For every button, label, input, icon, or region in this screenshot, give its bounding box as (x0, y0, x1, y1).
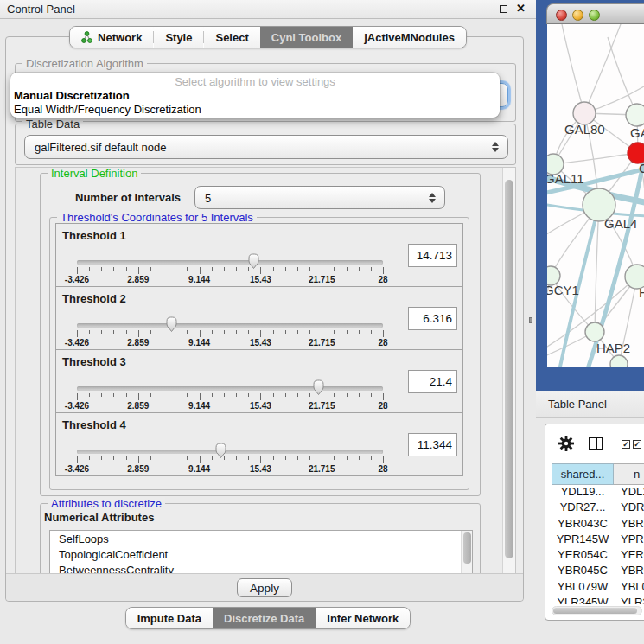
panel-title: Control Panel (7, 3, 75, 16)
checkbox-checked-icon[interactable]: ✓ (633, 440, 641, 449)
slider-track[interactable] (77, 386, 383, 391)
node-label: C (639, 161, 644, 175)
network-view-window[interactable]: GAL80GACGAL11GAL4GCY1HHAP2 (546, 3, 644, 368)
minimize-light-icon[interactable] (572, 10, 583, 21)
control-panel-titlebar: Control Panel ✕ (0, 0, 536, 19)
tab-cyni-toolbox[interactable]: Cyni Toolbox (260, 27, 353, 48)
table-row[interactable]: YLR345WYLR3 (552, 596, 644, 604)
threshold-label: Threshold 2 (62, 292, 126, 305)
column-header-name[interactable]: n (614, 463, 644, 485)
num-intervals-select[interactable]: 5 (194, 186, 445, 209)
apply-strip: Apply (6, 573, 523, 601)
splitter-grip-icon[interactable] (529, 317, 532, 323)
tick-label: 9.144 (188, 338, 210, 348)
slider-thumb-icon[interactable] (214, 442, 228, 459)
cell-name: YLR3 (614, 596, 644, 604)
apply-button[interactable]: Apply (237, 578, 292, 597)
group-legend: Discretization Algorithm (22, 57, 147, 70)
table-row[interactable]: YPR145WYPR1 (552, 532, 644, 548)
table-panel: ✓ ✓ shared... n YDL19...YDL1YDR27...YDR2… (545, 424, 644, 621)
vertical-scrollbar[interactable] (502, 168, 515, 574)
threshold-slider[interactable]: -3.4262.8599.14415.4321.71528 (77, 313, 383, 349)
threshold-value-field[interactable] (408, 370, 457, 393)
panel-splitter[interactable] (526, 0, 536, 644)
num-intervals-value: 5 (205, 191, 211, 204)
slider-tick-labels: -3.4262.8599.14415.4321.71528 (77, 464, 383, 475)
table-row[interactable]: YBR045CYBR0 (552, 564, 644, 579)
tab-jactivemnodules[interactable]: jActiveMNodules (353, 27, 466, 48)
checkbox-checked-icon[interactable]: ✓ (622, 440, 630, 449)
bottom-tab-discretize-data[interactable]: Discretize Data (213, 608, 316, 628)
tick-label: 9.144 (188, 464, 210, 474)
network-node[interactable] (626, 104, 644, 126)
tick-label: -3.426 (65, 401, 89, 411)
interval-definition-group: Interval Definition Number of Intervals … (40, 173, 481, 496)
table-row[interactable]: YBL079WYBL0 (552, 580, 644, 596)
slider-ticks (77, 393, 383, 401)
threshold-panel: Threshold 2 -3.4262.8599.14415.4321.7152… (55, 286, 463, 350)
table-row[interactable]: YER054CYER0 (552, 548, 644, 564)
table-data-select[interactable]: galFiltered.sif default node (24, 135, 508, 159)
tab-select[interactable]: Select (204, 27, 259, 48)
tick-label: 21.715 (309, 275, 335, 284)
tick-label: 15.43 (250, 464, 271, 474)
slider-track[interactable] (77, 323, 383, 328)
threshold-slider[interactable]: -3.4262.8599.14415.4321.71528 (77, 376, 383, 412)
tab-label: Cyni Toolbox (271, 31, 341, 44)
dropdown-option-equal-width[interactable]: Equal Width/Frequency Discretization (14, 103, 201, 116)
cell-shared-name: YER054C (552, 548, 614, 564)
attribute-list-item[interactable]: SelfLoops (50, 531, 472, 546)
threshold-value-field[interactable] (408, 307, 457, 330)
cell-name: YDL1 (614, 485, 644, 501)
network-window-titlebar[interactable] (546, 3, 644, 24)
horizontal-scrollbar[interactable] (552, 606, 642, 615)
bottom-tab-impute-data[interactable]: Impute Data (126, 608, 213, 628)
zoom-light-icon[interactable] (589, 10, 600, 21)
tick-label: -3.426 (65, 464, 89, 474)
bottom-tab-infer-network[interactable]: Infer Network (316, 608, 410, 628)
table-row[interactable]: YDR27...YDR2 (552, 501, 644, 516)
tab-network[interactable]: Network (70, 27, 153, 48)
tick-label: 15.43 (250, 338, 271, 348)
cell-shared-name: YDL19... (552, 485, 614, 501)
tick-label: 28 (378, 401, 387, 411)
threshold-value-field[interactable] (408, 244, 457, 267)
close-light-icon[interactable] (556, 10, 567, 21)
group-legend: Threshold's Coordinates for 5 Intervals (57, 211, 257, 224)
dropdown-option-manual[interactable]: Manual Discretization (14, 89, 130, 102)
combo-arrows-icon (429, 193, 437, 203)
threshold-slider[interactable]: -3.4262.8599.14415.4321.71528 (77, 439, 383, 475)
numerical-attributes-list[interactable]: SelfLoopsTopologicalCoefficientBetweenne… (49, 530, 473, 575)
table-row[interactable]: YDL19...YDL1 (552, 485, 644, 501)
network-node[interactable] (585, 322, 604, 341)
cyni-toolbox-panel: Discretization Algorithm Table Data galF… (5, 36, 524, 602)
column-header-shared[interactable]: shared... (552, 463, 614, 485)
slider-thumb-icon[interactable] (246, 252, 261, 270)
close-icon[interactable]: ✕ (516, 2, 526, 15)
float-window-icon[interactable] (500, 5, 507, 13)
cell-name: YER0 (614, 548, 644, 564)
slider-thumb-icon[interactable] (164, 316, 179, 333)
network-node[interactable] (610, 355, 628, 367)
tick-label: -3.426 (65, 338, 89, 348)
cell-shared-name: YBR045C (552, 564, 614, 579)
network-canvas[interactable]: GAL80GACGAL11GAL4GCY1HHAP2 (547, 24, 644, 367)
threshold-value-field[interactable] (408, 433, 457, 456)
gear-icon[interactable] (558, 436, 574, 455)
tab-label: Infer Network (327, 612, 399, 625)
threshold-panel: Threshold 4 -3.4262.8599.14415.4321.7152… (55, 412, 463, 476)
algorithm-dropdown-popup: Select algorithm to view settings Manual… (10, 73, 500, 118)
slider-ticks (77, 267, 383, 275)
tab-style[interactable]: Style (154, 27, 203, 48)
attribute-list-item[interactable]: TopologicalCoefficient (50, 546, 472, 562)
slider-thumb-icon[interactable] (311, 379, 326, 396)
threshold-slider[interactable]: -3.4262.8599.14415.4321.71528 (77, 250, 383, 286)
slider-track[interactable] (77, 450, 383, 454)
table-data-group: Table Data galFiltered.sif default node (15, 124, 516, 165)
node-label: GAL80 (564, 122, 605, 137)
split-columns-icon[interactable] (589, 437, 603, 450)
slider-track[interactable] (77, 260, 383, 265)
table-row[interactable]: YBR043CYBR0 (552, 517, 644, 532)
list-scrollbar[interactable] (461, 531, 472, 575)
tick-label: 21.715 (309, 401, 335, 411)
